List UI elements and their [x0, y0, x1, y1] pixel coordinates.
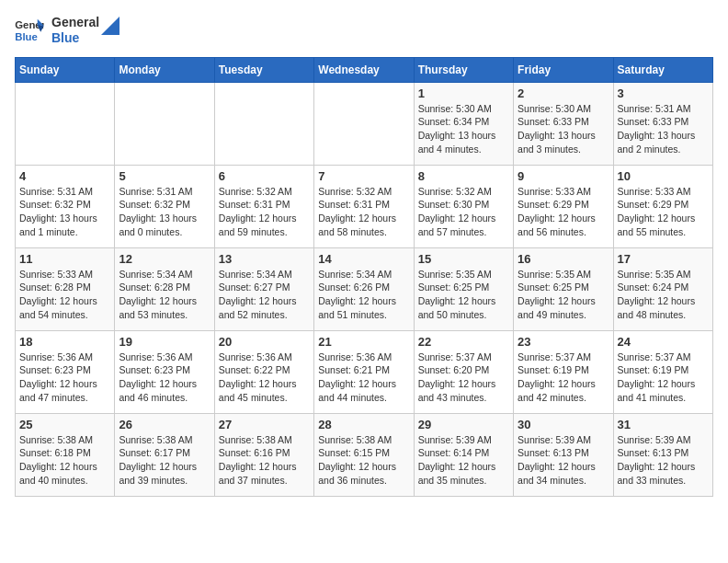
calendar-cell [115, 82, 214, 165]
calendar-cell: 18Sunrise: 5:36 AM Sunset: 6:23 PM Dayli… [16, 330, 115, 413]
day-info: Sunrise: 5:36 AM Sunset: 6:23 PM Dayligh… [119, 350, 210, 405]
day-number: 18 [19, 335, 110, 349]
day-number: 6 [219, 169, 310, 183]
calendar-week-row: 25Sunrise: 5:38 AM Sunset: 6:18 PM Dayli… [16, 413, 713, 496]
calendar-cell: 12Sunrise: 5:34 AM Sunset: 6:28 PM Dayli… [115, 247, 214, 330]
logo-blue: Blue [51, 30, 99, 46]
page-header: General Blue General Blue [15, 15, 713, 46]
calendar-cell: 19Sunrise: 5:36 AM Sunset: 6:23 PM Dayli… [115, 330, 214, 413]
day-number: 2 [518, 86, 609, 100]
day-info: Sunrise: 5:32 AM Sunset: 6:31 PM Dayligh… [318, 185, 409, 239]
calendar-cell [214, 82, 313, 165]
day-number: 11 [19, 252, 110, 266]
calendar-cell: 3Sunrise: 5:31 AM Sunset: 6:33 PM Daylig… [613, 82, 712, 165]
weekday-header-wednesday: Wednesday [314, 57, 414, 82]
day-info: Sunrise: 5:39 AM Sunset: 6:14 PM Dayligh… [418, 433, 509, 488]
day-info: Sunrise: 5:37 AM Sunset: 6:19 PM Dayligh… [518, 350, 609, 405]
day-info: Sunrise: 5:35 AM Sunset: 6:25 PM Dayligh… [518, 268, 609, 322]
day-info: Sunrise: 5:34 AM Sunset: 6:26 PM Dayligh… [318, 268, 409, 322]
day-info: Sunrise: 5:31 AM Sunset: 6:33 PM Dayligh… [618, 102, 709, 156]
day-number: 5 [119, 169, 210, 183]
calendar-cell [16, 82, 115, 165]
calendar-cell: 4Sunrise: 5:31 AM Sunset: 6:32 PM Daylig… [16, 165, 115, 247]
weekday-header-monday: Monday [115, 57, 214, 82]
svg-marker-4 [101, 17, 119, 35]
day-info: Sunrise: 5:38 AM Sunset: 6:15 PM Dayligh… [318, 433, 409, 488]
day-info: Sunrise: 5:37 AM Sunset: 6:19 PM Dayligh… [618, 350, 709, 405]
day-number: 28 [318, 418, 409, 431]
calendar-cell: 8Sunrise: 5:32 AM Sunset: 6:30 PM Daylig… [414, 165, 513, 247]
day-info: Sunrise: 5:33 AM Sunset: 6:29 PM Dayligh… [518, 185, 609, 239]
calendar-cell: 25Sunrise: 5:38 AM Sunset: 6:18 PM Dayli… [16, 413, 115, 496]
day-info: Sunrise: 5:36 AM Sunset: 6:23 PM Dayligh… [19, 350, 110, 405]
day-number: 26 [119, 418, 210, 431]
calendar-cell: 30Sunrise: 5:39 AM Sunset: 6:13 PM Dayli… [514, 413, 613, 496]
calendar-week-row: 4Sunrise: 5:31 AM Sunset: 6:32 PM Daylig… [16, 165, 713, 247]
day-number: 15 [418, 252, 509, 266]
calendar-cell: 10Sunrise: 5:33 AM Sunset: 6:29 PM Dayli… [613, 165, 712, 247]
day-number: 17 [618, 252, 709, 266]
calendar-cell: 29Sunrise: 5:39 AM Sunset: 6:14 PM Dayli… [414, 413, 513, 496]
day-number: 10 [618, 169, 709, 183]
calendar-cell: 2Sunrise: 5:30 AM Sunset: 6:33 PM Daylig… [514, 82, 613, 165]
day-info: Sunrise: 5:31 AM Sunset: 6:32 PM Dayligh… [19, 185, 110, 239]
day-number: 14 [318, 252, 409, 266]
day-number: 16 [518, 252, 609, 266]
calendar-cell [314, 82, 414, 165]
calendar-cell: 6Sunrise: 5:32 AM Sunset: 6:31 PM Daylig… [214, 165, 313, 247]
logo-triangle-icon [101, 17, 119, 35]
calendar-cell: 17Sunrise: 5:35 AM Sunset: 6:24 PM Dayli… [613, 247, 712, 330]
day-info: Sunrise: 5:38 AM Sunset: 6:17 PM Dayligh… [119, 433, 210, 488]
day-number: 9 [518, 169, 609, 183]
day-info: Sunrise: 5:30 AM Sunset: 6:33 PM Dayligh… [518, 102, 609, 156]
calendar-cell: 31Sunrise: 5:39 AM Sunset: 6:13 PM Dayli… [613, 413, 712, 496]
day-number: 7 [318, 169, 409, 183]
logo: General Blue General Blue [15, 15, 119, 46]
day-number: 23 [518, 335, 609, 349]
calendar-cell: 13Sunrise: 5:34 AM Sunset: 6:27 PM Dayli… [214, 247, 313, 330]
calendar-cell: 22Sunrise: 5:37 AM Sunset: 6:20 PM Dayli… [414, 330, 513, 413]
day-info: Sunrise: 5:36 AM Sunset: 6:21 PM Dayligh… [318, 350, 409, 405]
day-number: 1 [418, 86, 509, 100]
calendar-cell: 26Sunrise: 5:38 AM Sunset: 6:17 PM Dayli… [115, 413, 214, 496]
calendar-cell: 23Sunrise: 5:37 AM Sunset: 6:19 PM Dayli… [514, 330, 613, 413]
day-info: Sunrise: 5:33 AM Sunset: 6:28 PM Dayligh… [19, 268, 110, 322]
weekday-header-row: SundayMondayTuesdayWednesdayThursdayFrid… [16, 57, 713, 82]
day-info: Sunrise: 5:34 AM Sunset: 6:28 PM Dayligh… [119, 268, 210, 322]
calendar-week-row: 18Sunrise: 5:36 AM Sunset: 6:23 PM Dayli… [16, 330, 713, 413]
day-info: Sunrise: 5:30 AM Sunset: 6:34 PM Dayligh… [418, 102, 509, 156]
calendar-cell: 14Sunrise: 5:34 AM Sunset: 6:26 PM Dayli… [314, 247, 414, 330]
calendar-week-row: 1Sunrise: 5:30 AM Sunset: 6:34 PM Daylig… [16, 82, 713, 165]
calendar-cell: 21Sunrise: 5:36 AM Sunset: 6:21 PM Dayli… [314, 330, 414, 413]
day-number: 20 [219, 335, 310, 349]
calendar-cell: 5Sunrise: 5:31 AM Sunset: 6:32 PM Daylig… [115, 165, 214, 247]
day-number: 30 [518, 418, 609, 431]
calendar-cell: 28Sunrise: 5:38 AM Sunset: 6:15 PM Dayli… [314, 413, 414, 496]
day-info: Sunrise: 5:32 AM Sunset: 6:31 PM Dayligh… [219, 185, 310, 239]
day-info: Sunrise: 5:39 AM Sunset: 6:13 PM Dayligh… [618, 433, 709, 488]
weekday-header-thursday: Thursday [414, 57, 513, 82]
day-number: 13 [219, 252, 310, 266]
day-info: Sunrise: 5:38 AM Sunset: 6:16 PM Dayligh… [219, 433, 310, 488]
calendar-cell: 1Sunrise: 5:30 AM Sunset: 6:34 PM Daylig… [414, 82, 513, 165]
day-info: Sunrise: 5:32 AM Sunset: 6:30 PM Dayligh… [418, 185, 509, 239]
day-info: Sunrise: 5:31 AM Sunset: 6:32 PM Dayligh… [119, 185, 210, 239]
calendar-cell: 24Sunrise: 5:37 AM Sunset: 6:19 PM Dayli… [613, 330, 712, 413]
day-number: 24 [618, 335, 709, 349]
day-info: Sunrise: 5:39 AM Sunset: 6:13 PM Dayligh… [518, 433, 609, 488]
calendar-cell: 15Sunrise: 5:35 AM Sunset: 6:25 PM Dayli… [414, 247, 513, 330]
day-number: 3 [618, 86, 709, 100]
day-number: 27 [219, 418, 310, 431]
logo-general: General [51, 15, 99, 30]
day-number: 29 [418, 418, 509, 431]
weekday-header-saturday: Saturday [613, 57, 712, 82]
day-info: Sunrise: 5:35 AM Sunset: 6:24 PM Dayligh… [618, 268, 709, 322]
calendar-cell: 7Sunrise: 5:32 AM Sunset: 6:31 PM Daylig… [314, 165, 414, 247]
calendar-table: SundayMondayTuesdayWednesdayThursdayFrid… [15, 57, 713, 497]
calendar-cell: 9Sunrise: 5:33 AM Sunset: 6:29 PM Daylig… [514, 165, 613, 247]
calendar-cell: 11Sunrise: 5:33 AM Sunset: 6:28 PM Dayli… [16, 247, 115, 330]
day-info: Sunrise: 5:38 AM Sunset: 6:18 PM Dayligh… [19, 433, 110, 488]
calendar-week-row: 11Sunrise: 5:33 AM Sunset: 6:28 PM Dayli… [16, 247, 713, 330]
day-info: Sunrise: 5:34 AM Sunset: 6:27 PM Dayligh… [219, 268, 310, 322]
day-number: 25 [19, 418, 110, 431]
